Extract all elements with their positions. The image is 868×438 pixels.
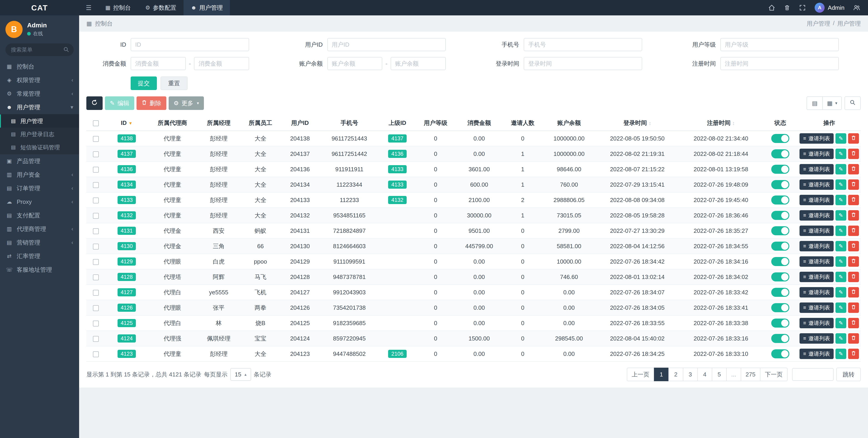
row-checkbox[interactable] bbox=[93, 182, 99, 188]
row-edit-button[interactable]: ✎ bbox=[835, 226, 846, 236]
prev-page-button[interactable]: 上一页 bbox=[627, 368, 654, 381]
page-size-select[interactable]: 15 ▴ bbox=[230, 368, 251, 381]
breadcrumb-parent[interactable]: 用户管理 bbox=[807, 20, 830, 28]
sidebar-subitem-user-list[interactable]: ▤用户管理 bbox=[0, 115, 79, 127]
delete-button[interactable]: 删除 bbox=[136, 96, 166, 110]
row-edit-button[interactable]: ✎ bbox=[835, 256, 846, 267]
columns-view-button[interactable]: ▦▾ bbox=[822, 96, 842, 110]
row-delete-button[interactable] bbox=[848, 333, 859, 344]
row-edit-button[interactable]: ✎ bbox=[835, 287, 846, 297]
id-input[interactable] bbox=[131, 38, 249, 51]
row-edit-button[interactable]: ✎ bbox=[835, 241, 846, 251]
row-delete-button[interactable] bbox=[848, 179, 859, 190]
invite-list-button[interactable]: ≡邀请列表 bbox=[800, 164, 834, 174]
invite-list-button[interactable]: ≡邀请列表 bbox=[800, 302, 834, 313]
status-toggle[interactable] bbox=[771, 303, 789, 312]
sidebar-subitem-sms-codes[interactable]: ▤短信验证码管理 bbox=[0, 141, 79, 154]
row-checkbox[interactable] bbox=[93, 351, 99, 357]
row-delete-button[interactable] bbox=[848, 149, 859, 159]
row-checkbox[interactable] bbox=[93, 244, 99, 250]
row-delete-button[interactable] bbox=[848, 133, 859, 144]
home-icon[interactable] bbox=[764, 0, 779, 16]
page-button-3[interactable]: 3 bbox=[683, 368, 698, 381]
row-checkbox[interactable] bbox=[93, 274, 99, 280]
reset-button[interactable]: 重置 bbox=[160, 77, 188, 90]
row-delete-button[interactable] bbox=[848, 164, 859, 174]
status-toggle[interactable] bbox=[771, 149, 789, 158]
row-checkbox[interactable] bbox=[93, 336, 99, 342]
row-checkbox[interactable] bbox=[93, 305, 99, 311]
invite-list-button[interactable]: ≡邀请列表 bbox=[800, 226, 834, 236]
invite-list-button[interactable]: ≡邀请列表 bbox=[800, 195, 834, 205]
row-edit-button[interactable]: ✎ bbox=[835, 272, 846, 282]
row-checkbox[interactable] bbox=[93, 290, 99, 296]
sidebar-item-service-address[interactable]: ☏客服地址管理 bbox=[0, 263, 79, 276]
page-button-4[interactable]: 4 bbox=[698, 368, 712, 381]
row-delete-button[interactable] bbox=[848, 318, 859, 328]
column-header-register_time[interactable]: 注册时间↕ bbox=[679, 115, 763, 131]
sidebar-toggle-button[interactable]: ☰ bbox=[79, 0, 98, 16]
sidebar-item-console[interactable]: ▦控制台 bbox=[0, 60, 79, 73]
sidebar-item-permissions[interactable]: ◈权限管理‹ bbox=[0, 73, 79, 87]
fullscreen-icon[interactable] bbox=[795, 0, 810, 16]
row-checkbox[interactable] bbox=[93, 213, 99, 219]
sidebar-item-payment-config[interactable]: ▤支付配置 bbox=[0, 209, 79, 222]
select-all-checkbox[interactable] bbox=[93, 120, 99, 126]
row-delete-button[interactable] bbox=[848, 302, 859, 313]
row-checkbox[interactable] bbox=[93, 151, 99, 157]
consume-amount-min-input[interactable] bbox=[131, 57, 186, 70]
row-edit-button[interactable]: ✎ bbox=[835, 333, 846, 344]
refresh-button[interactable] bbox=[86, 96, 103, 110]
status-toggle[interactable] bbox=[771, 165, 789, 174]
page-button-275[interactable]: 275 bbox=[741, 368, 761, 381]
row-delete-button[interactable] bbox=[848, 256, 859, 267]
sidebar-item-proxy[interactable]: ☁Proxy‹ bbox=[0, 195, 79, 209]
invite-list-button[interactable]: ≡邀请列表 bbox=[800, 349, 834, 359]
sidebar-item-general[interactable]: ⚙常规管理‹ bbox=[0, 87, 79, 100]
page-button-1[interactable]: 1 bbox=[654, 368, 669, 381]
status-toggle[interactable] bbox=[771, 226, 789, 235]
nav-tab-params[interactable]: ⚙参数配置 bbox=[138, 0, 184, 16]
row-delete-button[interactable] bbox=[848, 226, 859, 236]
row-checkbox[interactable] bbox=[93, 167, 99, 173]
invite-list-button[interactable]: ≡邀请列表 bbox=[800, 333, 834, 344]
user-menu[interactable]: A Admin bbox=[810, 3, 849, 13]
row-edit-button[interactable]: ✎ bbox=[835, 349, 846, 359]
search-toggle-button[interactable] bbox=[844, 96, 861, 110]
account-balance-min-input[interactable] bbox=[327, 57, 382, 70]
status-toggle[interactable] bbox=[771, 272, 789, 282]
invite-list-button[interactable]: ≡邀请列表 bbox=[800, 287, 834, 297]
status-toggle[interactable] bbox=[771, 257, 789, 266]
invite-list-button[interactable]: ≡邀请列表 bbox=[800, 179, 834, 190]
row-delete-button[interactable] bbox=[848, 210, 859, 221]
row-edit-button[interactable]: ✎ bbox=[835, 149, 846, 159]
consume-amount-max-input[interactable] bbox=[194, 57, 249, 70]
invite-list-button[interactable]: ≡邀请列表 bbox=[800, 256, 834, 267]
row-delete-button[interactable] bbox=[848, 287, 859, 297]
edit-button[interactable]: ✎ 编辑 bbox=[105, 96, 134, 110]
status-toggle[interactable] bbox=[771, 180, 789, 189]
sidebar-item-agents[interactable]: ▥代理商管理‹ bbox=[0, 222, 79, 236]
sidebar-item-exchange-rates[interactable]: ⇄汇率管理 bbox=[0, 249, 79, 263]
status-toggle[interactable] bbox=[771, 242, 789, 251]
status-toggle[interactable] bbox=[771, 196, 789, 205]
status-toggle[interactable] bbox=[771, 211, 789, 220]
invite-list-button[interactable]: ≡邀请列表 bbox=[800, 210, 834, 221]
trash-icon[interactable] bbox=[779, 0, 795, 16]
submit-button[interactable]: 提交 bbox=[131, 77, 157, 90]
nav-tab-console[interactable]: ▦控制台 bbox=[98, 0, 138, 16]
table-view-button[interactable]: ▤ bbox=[807, 96, 823, 110]
page-jump-button[interactable]: 跳转 bbox=[836, 368, 861, 381]
invite-list-button[interactable]: ≡邀请列表 bbox=[800, 149, 834, 159]
row-edit-button[interactable]: ✎ bbox=[835, 302, 846, 313]
row-edit-button[interactable]: ✎ bbox=[835, 210, 846, 221]
sidebar-subitem-login-logs[interactable]: ▤用户登录日志 bbox=[0, 127, 79, 141]
account-balance-max-input[interactable] bbox=[391, 57, 446, 70]
login-time-input[interactable] bbox=[524, 57, 642, 70]
invite-list-button[interactable]: ≡邀请列表 bbox=[800, 318, 834, 328]
row-edit-button[interactable]: ✎ bbox=[835, 179, 846, 190]
row-checkbox[interactable] bbox=[93, 198, 99, 203]
row-delete-button[interactable] bbox=[848, 349, 859, 359]
sidebar-item-users[interactable]: ☻用户管理▾ bbox=[0, 100, 79, 114]
invite-list-button[interactable]: ≡邀请列表 bbox=[800, 272, 834, 282]
